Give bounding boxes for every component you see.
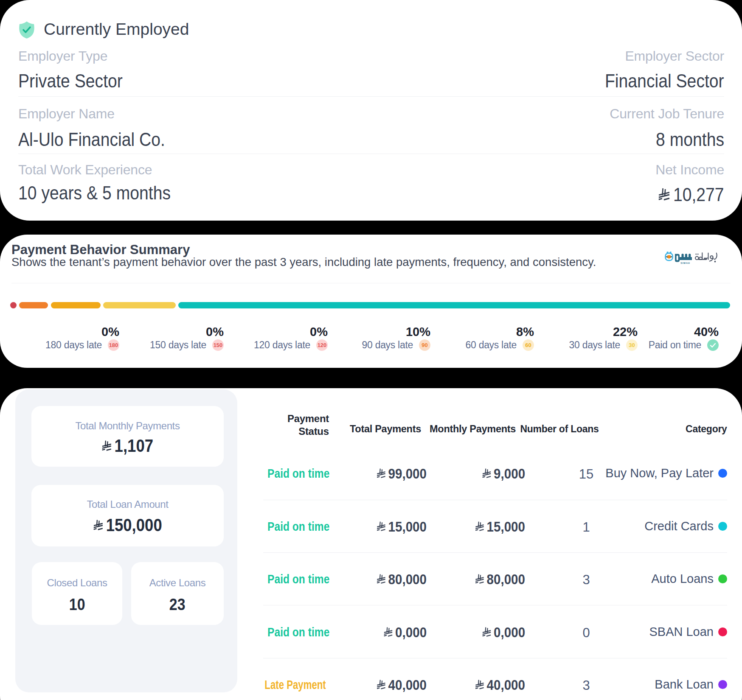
svg-text:SIMAH: SIMAH xyxy=(680,262,690,264)
